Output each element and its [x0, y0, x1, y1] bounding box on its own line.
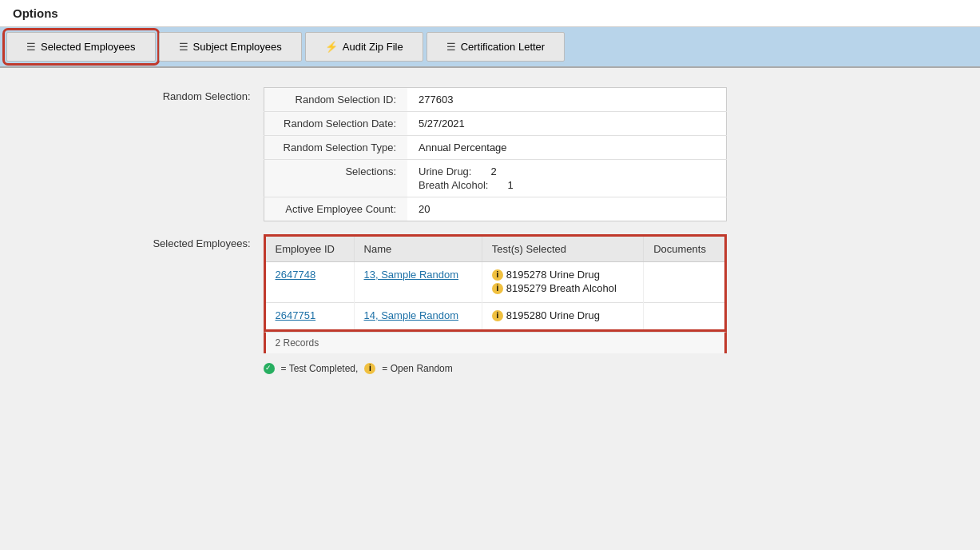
test-label-1a: 8195278 Urine Drug: [506, 269, 600, 281]
breath-alcohol-row: Breath Alcohol: 1: [419, 179, 715, 191]
employee-name-2: 14, Sample Random: [354, 303, 482, 330]
random-selection-table: Random Selection ID: 277603 Random Selec…: [264, 87, 727, 221]
employee-name-link-1[interactable]: 13, Sample Random: [364, 269, 459, 281]
open-random-icon-1a: i: [492, 269, 503, 281]
employee-id-2: 2647751: [266, 303, 355, 330]
field-value: 5/27/2021: [407, 112, 726, 136]
page-title: Options: [0, 0, 980, 27]
tab-audit-zip-file[interactable]: ⚡ Audit Zip File: [305, 32, 423, 62]
employee-name-1: 13, Sample Random: [354, 262, 482, 303]
breath-alcohol-label: Breath Alcohol:: [419, 179, 488, 191]
open-random-legend-icon: i: [364, 363, 375, 374]
completed-icon: [264, 363, 275, 374]
tab-subject-employees-label: Subject Employees: [193, 41, 282, 53]
test-label-2a: 8195280 Urine Drug: [506, 309, 600, 321]
completed-legend-label: = Test Completed,: [281, 363, 359, 374]
col-name: Name: [354, 237, 482, 262]
legend-bar: = Test Completed, i = Open Random: [107, 363, 874, 374]
tab-certification-letter[interactable]: ☰ Certification Letter: [427, 32, 565, 62]
urine-drug-label: Urine Drug:: [419, 165, 471, 177]
employee-id-1: 2647748: [266, 262, 355, 303]
selections-cell: Urine Drug: 2 Breath Alcohol: 1: [407, 160, 726, 197]
tab-certification-letter-label: Certification Letter: [461, 41, 546, 53]
tab-audit-zip-label: Audit Zip File: [343, 41, 403, 53]
employee-id-link-1[interactable]: 2647748: [276, 269, 316, 281]
tab-subject-employees[interactable]: ☰ Subject Employees: [159, 32, 302, 62]
col-tests-selected: Test(s) Selected: [482, 237, 643, 262]
documents-cell-1: [644, 262, 724, 303]
selected-employees-section: Selected Employees: Employee ID Name Tes…: [107, 234, 874, 353]
employee-name-link-2[interactable]: 14, Sample Random: [364, 309, 459, 321]
field-label: Random Selection Date:: [264, 112, 407, 136]
test-label-1b: 8195279 Breath Alcohol: [506, 282, 617, 294]
open-random-icon-2a: i: [492, 310, 503, 321]
field-value: Annual Percentage: [407, 136, 726, 160]
tab-selected-employees-label: Selected Employees: [41, 41, 136, 53]
employees-table: Employee ID Name Test(s) Selected Docume…: [266, 237, 724, 329]
employees-table-wrapper: Employee ID Name Test(s) Selected Docume…: [264, 234, 727, 332]
field-value: 20: [407, 197, 726, 221]
random-selection-section: Random Selection: Random Selection ID: 2…: [107, 87, 874, 221]
selected-employees-icon: ☰: [26, 41, 36, 53]
urine-drug-row: Urine Drug: 2: [419, 165, 715, 177]
field-label: Random Selection Type:: [264, 136, 407, 160]
tests-cell-2: i 8195280 Urine Drug: [482, 303, 643, 330]
subject-employees-icon: ☰: [179, 41, 188, 53]
documents-cell-2: [644, 303, 724, 330]
content-area: Random Selection: Random Selection ID: 2…: [0, 68, 980, 374]
test-entry-2a: i 8195280 Urine Drug: [492, 309, 633, 321]
col-documents: Documents: [644, 237, 724, 262]
col-employee-id: Employee ID: [266, 237, 355, 262]
table-row: Random Selection Date: 5/27/2021: [264, 112, 726, 136]
audit-zip-icon: ⚡: [325, 41, 338, 53]
table-row: Selections: Urine Drug: 2 Breath Alcohol…: [264, 160, 726, 197]
field-value: 277603: [407, 88, 726, 112]
field-label: Random Selection ID:: [264, 88, 407, 112]
open-random-icon-1b: i: [492, 283, 503, 294]
table-row: Random Selection ID: 277603: [264, 88, 726, 112]
selected-employees-label: Selected Employees:: [120, 234, 264, 353]
test-entry-1a: i 8195278 Urine Drug: [492, 269, 633, 281]
tab-selected-employees[interactable]: ☰ Selected Employees: [6, 32, 156, 62]
table-row: Active Employee Count: 20: [264, 197, 726, 221]
open-legend-label: = Open Random: [382, 363, 452, 374]
table-row: Random Selection Type: Annual Percentage: [264, 136, 726, 160]
breath-alcohol-value: 1: [507, 179, 513, 191]
records-note: 2 Records: [264, 332, 727, 353]
test-entry-1b: i 8195279 Breath Alcohol: [492, 282, 633, 294]
field-label: Active Employee Count:: [264, 197, 407, 221]
selections-detail: Urine Drug: 2 Breath Alcohol: 1: [419, 165, 715, 191]
field-label: Selections:: [264, 160, 407, 197]
employee-row-1: 2647748 13, Sample Random i 8195278 Urin…: [266, 262, 724, 303]
tests-cell-1: i 8195278 Urine Drug i 8195279 Breath Al…: [482, 262, 643, 303]
employee-row-2: 2647751 14, Sample Random i 8195280 Urin…: [266, 303, 724, 330]
certification-letter-icon: ☰: [446, 41, 456, 53]
random-selection-label: Random Selection:: [120, 87, 264, 221]
urine-drug-value: 2: [490, 165, 496, 177]
table-header-row: Employee ID Name Test(s) Selected Docume…: [266, 237, 724, 262]
tab-bar: ☰ Selected Employees ☰ Subject Employees…: [0, 27, 980, 68]
employee-id-link-2[interactable]: 2647751: [276, 309, 316, 321]
